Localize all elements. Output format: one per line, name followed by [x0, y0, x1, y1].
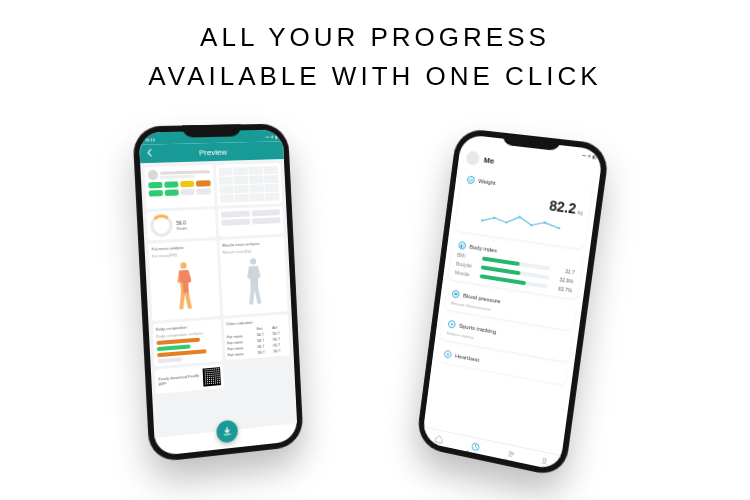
avatar-icon — [148, 170, 159, 181]
fat-mass-card: Fat mass analysis Fat mass(FM) — [148, 240, 220, 321]
download-fab[interactable] — [216, 419, 238, 443]
score-card: 56.0 Score — [147, 209, 216, 240]
phone-mockup-preview: 16:19 ••• ⚞ ▮ Preview — [132, 123, 304, 463]
heartbeat-icon: ♥ — [444, 350, 452, 359]
heartbeat-title: Heartbeat — [455, 353, 480, 363]
phone-mockup-tracking: ••• ⚞ ▮▯ Me ⊘ Weight 82.2 kg — [415, 127, 610, 478]
score-gauge-icon — [150, 214, 173, 237]
phone-notch — [182, 124, 241, 137]
preview-title: Preview — [199, 147, 227, 157]
nav-tracking[interactable]: Tracking — [466, 441, 484, 459]
sports-icon: ✦ — [448, 320, 456, 329]
chart-icon — [470, 441, 479, 451]
score-value: 56.0 — [176, 219, 187, 226]
back-button[interactable] — [145, 149, 154, 159]
other-indication-card: Other indication SetAct Fat mass56.756.7… — [223, 314, 290, 361]
blood-pressure-icon: ❤ — [452, 290, 460, 299]
weight-title: Weight — [478, 178, 496, 186]
mini-legend-card — [217, 206, 284, 237]
indication-table: SetAct Fat mass56.756.7 Fat mass56.756.7… — [226, 324, 287, 357]
status-time: 16:19 — [145, 137, 155, 142]
body-composition-card: Body composition Body composition analys… — [153, 319, 223, 367]
status-indicators: ••• ⚞ ▮▯ — [582, 152, 597, 159]
svg-point-10 — [543, 458, 547, 462]
svg-point-0 — [481, 219, 483, 221]
qr-code-icon — [202, 367, 220, 387]
avatar-icon — [465, 151, 480, 166]
nav-me[interactable]: Me — [539, 456, 550, 471]
profile-card — [144, 165, 214, 209]
body-silhouette-muscle-icon — [223, 253, 285, 312]
chevron-left-icon — [145, 149, 153, 157]
weight-value: 82.2 — [548, 197, 577, 217]
download-icon — [222, 426, 232, 437]
weight-unit: kg — [577, 209, 583, 216]
nav-buddy[interactable]: Buddy — [504, 449, 518, 466]
user-name: Me — [483, 155, 495, 165]
svg-point-8 — [509, 451, 512, 454]
qr-download-card: Easily download Feelfit APP — [155, 364, 224, 394]
status-badge — [148, 182, 162, 189]
muscle-mass-card: Muscle mass analysis Muscle mass(kg) — [219, 237, 288, 316]
preview-body: 56.0 Score Fat mass analysis Fat mass(FM… — [140, 159, 297, 438]
metrics-grid-card — [215, 163, 282, 206]
body-index-title: Body index — [469, 244, 497, 254]
weight-icon: ⊘ — [467, 175, 475, 184]
nav-device[interactable]: Device — [432, 434, 446, 451]
status-indicators: ••• ⚞ ▮ — [265, 134, 277, 139]
users-icon — [506, 449, 516, 460]
body-index-icon: ◐ — [458, 241, 466, 250]
body-silhouette-fat-icon — [152, 257, 217, 317]
svg-point-9 — [512, 452, 514, 455]
user-icon — [540, 456, 550, 467]
home-icon — [435, 434, 444, 444]
